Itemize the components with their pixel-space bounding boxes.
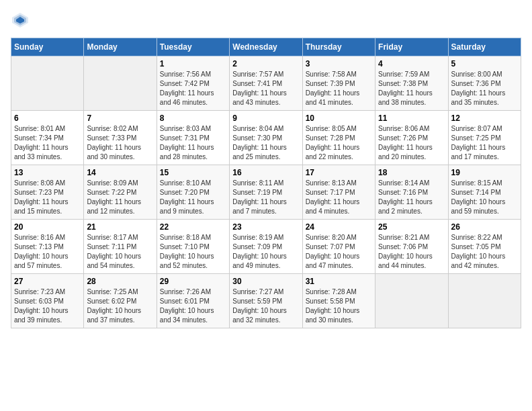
day-info: Sunrise: 7:25 AM Sunset: 6:02 PM Dayligh… xyxy=(87,287,153,325)
calendar-cell: 23Sunrise: 8:19 AM Sunset: 7:09 PM Dayli… xyxy=(230,220,302,274)
calendar-cell: 27Sunrise: 7:23 AM Sunset: 6:03 PM Dayli… xyxy=(11,274,84,328)
day-info: Sunrise: 8:00 AM Sunset: 7:36 PM Dayligh… xyxy=(451,70,518,107)
day-number: 17 xyxy=(306,168,372,177)
calendar-cell: 9Sunrise: 8:04 AM Sunset: 7:30 PM Daylig… xyxy=(230,111,302,165)
day-number: 3 xyxy=(306,59,372,68)
day-info: Sunrise: 8:10 AM Sunset: 7:20 PM Dayligh… xyxy=(160,179,226,216)
calendar-week-row: 1Sunrise: 7:56 AM Sunset: 7:42 PM Daylig… xyxy=(11,56,521,111)
day-number: 11 xyxy=(378,113,445,123)
calendar-week-row: 6Sunrise: 8:01 AM Sunset: 7:34 PM Daylig… xyxy=(11,111,521,165)
day-number: 4 xyxy=(378,59,445,68)
calendar-cell: 29Sunrise: 7:26 AM Sunset: 6:01 PM Dayli… xyxy=(157,274,229,328)
day-info: Sunrise: 8:03 AM Sunset: 7:31 PM Dayligh… xyxy=(160,124,226,162)
day-info: Sunrise: 7:56 AM Sunset: 7:42 PM Dayligh… xyxy=(160,70,226,107)
weekday-header: Tuesday xyxy=(157,38,229,56)
calendar-cell: 28Sunrise: 7:25 AM Sunset: 6:02 PM Dayli… xyxy=(84,274,157,328)
day-number: 13 xyxy=(14,168,81,177)
day-info: Sunrise: 7:59 AM Sunset: 7:38 PM Dayligh… xyxy=(378,70,445,107)
day-number: 19 xyxy=(451,168,518,177)
day-info: Sunrise: 8:05 AM Sunset: 7:28 PM Dayligh… xyxy=(306,124,372,162)
day-number: 15 xyxy=(160,168,226,177)
calendar-week-row: 13Sunrise: 8:08 AM Sunset: 7:23 PM Dayli… xyxy=(11,165,521,220)
day-info: Sunrise: 8:08 AM Sunset: 7:23 PM Dayligh… xyxy=(14,179,81,216)
calendar-cell: 19Sunrise: 8:15 AM Sunset: 7:14 PM Dayli… xyxy=(448,165,521,220)
day-number: 16 xyxy=(232,168,299,177)
calendar-cell: 13Sunrise: 8:08 AM Sunset: 7:23 PM Dayli… xyxy=(11,165,84,220)
day-info: Sunrise: 7:23 AM Sunset: 6:03 PM Dayligh… xyxy=(14,287,81,325)
day-info: Sunrise: 8:06 AM Sunset: 7:26 PM Dayligh… xyxy=(378,124,445,162)
calendar-cell: 14Sunrise: 8:09 AM Sunset: 7:22 PM Dayli… xyxy=(84,165,157,220)
day-info: Sunrise: 7:27 AM Sunset: 5:59 PM Dayligh… xyxy=(232,287,299,325)
day-number: 6 xyxy=(14,113,81,123)
calendar-cell: 4Sunrise: 7:59 AM Sunset: 7:38 PM Daylig… xyxy=(375,56,448,111)
day-number: 2 xyxy=(232,59,299,68)
weekday-header: Sunday xyxy=(11,38,84,56)
calendar-cell: 2Sunrise: 7:57 AM Sunset: 7:41 PM Daylig… xyxy=(230,56,302,111)
logo xyxy=(11,11,32,30)
day-number: 5 xyxy=(451,59,518,68)
day-info: Sunrise: 8:13 AM Sunset: 7:17 PM Dayligh… xyxy=(306,179,372,216)
weekday-header: Thursday xyxy=(302,38,375,56)
calendar-cell: 31Sunrise: 7:28 AM Sunset: 5:58 PM Dayli… xyxy=(302,274,375,328)
day-info: Sunrise: 8:15 AM Sunset: 7:14 PM Dayligh… xyxy=(451,179,518,216)
day-number: 10 xyxy=(306,113,372,123)
day-number: 1 xyxy=(160,59,226,68)
day-number: 24 xyxy=(306,222,372,232)
day-info: Sunrise: 7:57 AM Sunset: 7:41 PM Dayligh… xyxy=(232,70,299,107)
calendar-cell: 24Sunrise: 8:20 AM Sunset: 7:07 PM Dayli… xyxy=(302,220,375,274)
day-number: 14 xyxy=(87,168,153,177)
day-info: Sunrise: 8:09 AM Sunset: 7:22 PM Dayligh… xyxy=(87,179,153,216)
calendar-cell: 11Sunrise: 8:06 AM Sunset: 7:26 PM Dayli… xyxy=(375,111,448,165)
calendar-cell: 30Sunrise: 7:27 AM Sunset: 5:59 PM Dayli… xyxy=(230,274,302,328)
calendar-cell: 3Sunrise: 7:58 AM Sunset: 7:39 PM Daylig… xyxy=(302,56,375,111)
day-number: 8 xyxy=(160,113,226,123)
day-number: 23 xyxy=(232,222,299,232)
day-info: Sunrise: 8:16 AM Sunset: 7:13 PM Dayligh… xyxy=(14,233,81,271)
weekday-header: Saturday xyxy=(448,38,521,56)
calendar-week-row: 20Sunrise: 8:16 AM Sunset: 7:13 PM Dayli… xyxy=(11,220,521,274)
day-info: Sunrise: 8:07 AM Sunset: 7:25 PM Dayligh… xyxy=(451,124,518,162)
day-info: Sunrise: 7:58 AM Sunset: 7:39 PM Dayligh… xyxy=(306,70,372,107)
weekday-row: SundayMondayTuesdayWednesdayThursdayFrid… xyxy=(11,38,521,56)
day-number: 9 xyxy=(232,113,299,123)
calendar-header: SundayMondayTuesdayWednesdayThursdayFrid… xyxy=(11,38,521,56)
day-number: 29 xyxy=(160,277,226,286)
day-info: Sunrise: 7:28 AM Sunset: 5:58 PM Dayligh… xyxy=(306,287,372,325)
calendar-table: SundayMondayTuesdayWednesdayThursdayFrid… xyxy=(11,38,521,328)
calendar-cell: 17Sunrise: 8:13 AM Sunset: 7:17 PM Dayli… xyxy=(302,165,375,220)
calendar-week-row: 27Sunrise: 7:23 AM Sunset: 6:03 PM Dayli… xyxy=(11,274,521,328)
day-info: Sunrise: 8:14 AM Sunset: 7:16 PM Dayligh… xyxy=(378,179,445,216)
day-number: 12 xyxy=(451,113,518,123)
day-info: Sunrise: 8:01 AM Sunset: 7:34 PM Dayligh… xyxy=(14,124,81,162)
calendar-cell: 26Sunrise: 8:22 AM Sunset: 7:05 PM Dayli… xyxy=(448,220,521,274)
calendar-cell: 6Sunrise: 8:01 AM Sunset: 7:34 PM Daylig… xyxy=(11,111,84,165)
calendar-cell: 10Sunrise: 8:05 AM Sunset: 7:28 PM Dayli… xyxy=(302,111,375,165)
day-info: Sunrise: 8:17 AM Sunset: 7:11 PM Dayligh… xyxy=(87,233,153,271)
calendar-cell: 20Sunrise: 8:16 AM Sunset: 7:13 PM Dayli… xyxy=(11,220,84,274)
weekday-header: Monday xyxy=(84,38,157,56)
day-number: 7 xyxy=(87,113,153,123)
calendar-cell: 15Sunrise: 8:10 AM Sunset: 7:20 PM Dayli… xyxy=(157,165,229,220)
day-info: Sunrise: 8:02 AM Sunset: 7:33 PM Dayligh… xyxy=(87,124,153,162)
day-info: Sunrise: 8:21 AM Sunset: 7:06 PM Dayligh… xyxy=(378,233,445,271)
calendar-cell: 25Sunrise: 8:21 AM Sunset: 7:06 PM Dayli… xyxy=(375,220,448,274)
day-info: Sunrise: 8:04 AM Sunset: 7:30 PM Dayligh… xyxy=(232,124,299,162)
calendar-cell: 7Sunrise: 8:02 AM Sunset: 7:33 PM Daylig… xyxy=(84,111,157,165)
calendar-cell: 18Sunrise: 8:14 AM Sunset: 7:16 PM Dayli… xyxy=(375,165,448,220)
day-number: 22 xyxy=(160,222,226,232)
calendar-cell xyxy=(11,56,84,111)
day-number: 20 xyxy=(14,222,81,232)
day-info: Sunrise: 7:26 AM Sunset: 6:01 PM Dayligh… xyxy=(160,287,226,325)
day-info: Sunrise: 8:11 AM Sunset: 7:19 PM Dayligh… xyxy=(232,179,299,216)
day-info: Sunrise: 8:18 AM Sunset: 7:10 PM Dayligh… xyxy=(160,233,226,271)
weekday-header: Friday xyxy=(375,38,448,56)
calendar-cell: 22Sunrise: 8:18 AM Sunset: 7:10 PM Dayli… xyxy=(157,220,229,274)
day-number: 25 xyxy=(378,222,445,232)
day-number: 26 xyxy=(451,222,518,232)
day-number: 18 xyxy=(378,168,445,177)
day-info: Sunrise: 8:20 AM Sunset: 7:07 PM Dayligh… xyxy=(306,233,372,271)
day-number: 30 xyxy=(232,277,299,286)
day-info: Sunrise: 8:22 AM Sunset: 7:05 PM Dayligh… xyxy=(451,233,518,271)
calendar-cell: 21Sunrise: 8:17 AM Sunset: 7:11 PM Dayli… xyxy=(84,220,157,274)
day-info: Sunrise: 8:19 AM Sunset: 7:09 PM Dayligh… xyxy=(232,233,299,271)
